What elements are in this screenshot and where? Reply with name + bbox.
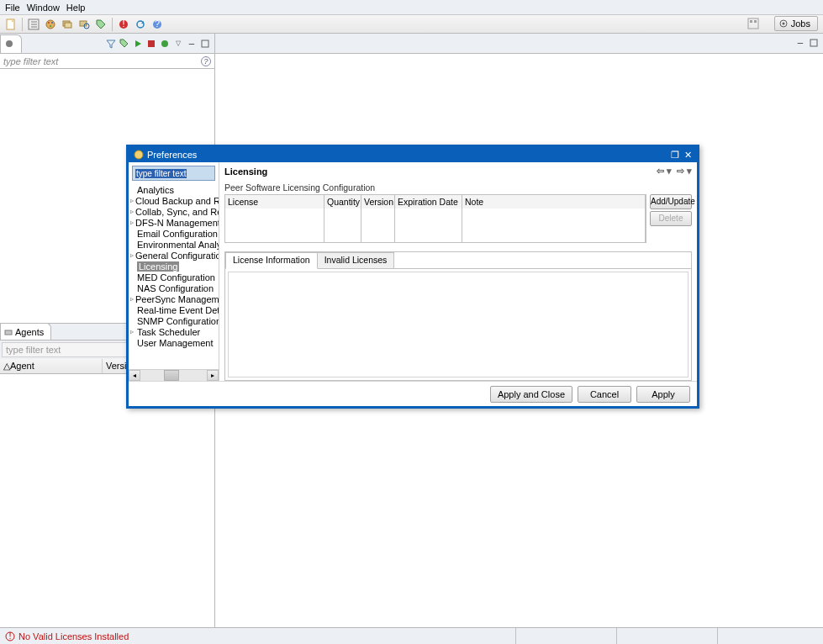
preferences-tree-scrollbar[interactable]: ◂ ▸ (129, 369, 219, 381)
preferences-filter-input[interactable]: type filter text (132, 166, 215, 181)
quick-access-icon[interactable] (747, 18, 759, 29)
play-icon[interactable] (132, 38, 144, 50)
svg-rect-24 (148, 40, 155, 47)
maximize-icon[interactable] (199, 38, 211, 50)
menu-help[interactable]: Help (66, 3, 86, 13)
status-cell-3 (717, 628, 818, 644)
dialog-footer: Apply and Close Cancel Apply (129, 381, 697, 406)
scroll-thumb[interactable] (164, 370, 179, 381)
toolbar-new-icon[interactable] (3, 17, 18, 32)
agents-list (0, 374, 214, 628)
toolbar-help-icon[interactable]: ? (150, 17, 165, 32)
add-update-button[interactable]: Add/Update (650, 194, 692, 209)
agents-tab[interactable]: Agents (0, 323, 51, 340)
tree-item-collab-sync-and-replic[interactable]: ▹Collab, Sync, and Replic (129, 206, 219, 217)
caret-icon: ▹ (130, 208, 134, 215)
menu-file[interactable]: File (5, 3, 20, 13)
filter-icon[interactable] (105, 38, 117, 50)
tree-item-nas-configuration[interactable]: NAS Configuration (129, 282, 219, 293)
menu-window[interactable]: Window (27, 3, 60, 13)
sync-icon[interactable] (159, 38, 171, 50)
agents-tab-label: Agents (15, 327, 44, 337)
tree-item-cloud-backup-and-replic[interactable]: ▹Cloud Backup and Replic (129, 195, 219, 206)
tree-item-snmp-configuration[interactable]: SNMP Configuration (129, 315, 219, 326)
tree-item-user-management[interactable]: User Management (129, 337, 219, 348)
toolbar-refresh-icon[interactable] (133, 17, 148, 32)
tab-invalid-licenses[interactable]: Invalid Licenses (317, 252, 395, 269)
tree-item-dfs-n-management[interactable]: ▹DFS-N Management (129, 217, 219, 228)
tree-item-label: Cloud Backup and Replic (135, 196, 219, 206)
preferences-tree[interactable]: Analytics▹Cloud Backup and Replic▹Collab… (129, 184, 219, 369)
tree-item-real-time-event-detectio[interactable]: Real-time Event Detectio (129, 304, 219, 315)
delete-button: Delete (650, 211, 692, 226)
svg-text:!: ! (122, 18, 124, 29)
agents-col-agent[interactable]: △Agent (0, 359, 103, 373)
col-quantity[interactable]: Quantity (324, 195, 361, 209)
svg-rect-20 (754, 20, 757, 23)
svg-point-6 (48, 22, 50, 24)
license-detail-tabs: License Information Invalid Licenses (224, 251, 692, 382)
svg-point-22 (782, 23, 784, 25)
status-error: ! No Valid Licenses Installed (5, 631, 129, 641)
col-expiration[interactable]: Expiration Date (395, 195, 462, 209)
dialog-icon (134, 150, 144, 160)
toolbar-tag-icon[interactable] (93, 17, 108, 32)
apply-and-close-button[interactable]: Apply and Close (490, 386, 572, 403)
jobs-view-tab[interactable] (0, 34, 22, 53)
tab-license-info[interactable]: License Information (225, 252, 318, 269)
gear-icon (778, 18, 789, 29)
help-icon[interactable]: ? (201, 56, 211, 66)
tree-item-licensing[interactable]: Licensing (129, 261, 219, 272)
col-note[interactable]: Note (462, 195, 646, 209)
license-table: License Quantity Version Expiration Date… (224, 194, 646, 243)
toolbar-error-icon[interactable]: ! (116, 17, 131, 32)
dialog-close-icon[interactable]: ✕ (684, 150, 692, 161)
svg-rect-26 (202, 40, 208, 47)
editor-minimize-icon[interactable]: ─ (794, 37, 806, 49)
jobs-filter-input[interactable]: type filter text ? (0, 54, 214, 69)
caret-icon: ▹ (130, 295, 134, 303)
nav-back-icon[interactable]: ⇦ ▾ (657, 166, 672, 177)
section-title: Licensing (224, 166, 267, 177)
status-cell-2 (616, 628, 717, 644)
tree-item-peersync-management[interactable]: ▹PeerSync Management (129, 293, 219, 304)
toolbar-tree-icon[interactable] (26, 17, 41, 32)
toolbar-palette-icon[interactable] (43, 17, 58, 32)
svg-point-31 (135, 150, 143, 159)
tag-mini-icon[interactable] (119, 38, 130, 50)
scroll-track[interactable] (140, 370, 207, 381)
section-subtitle: Peer Software Licensing Configuration (224, 182, 692, 193)
tree-item-label: PeerSync Management (135, 294, 219, 304)
tree-item-general-configuration[interactable]: ▹General Configuration (129, 250, 219, 261)
statusbar: ! No Valid Licenses Installed (0, 627, 823, 644)
svg-point-7 (51, 22, 53, 24)
tree-item-task-scheduler[interactable]: ▹Task Scheduler (129, 326, 219, 337)
cancel-button[interactable]: Cancel (578, 386, 631, 403)
col-license[interactable]: License (225, 195, 324, 209)
jobs-button[interactable]: Jobs (774, 16, 818, 31)
tree-item-analytics[interactable]: Analytics (129, 184, 219, 195)
warning-icon: ! (5, 631, 15, 641)
main-toolbar: ! ? Jobs (0, 15, 823, 34)
scroll-right-icon[interactable]: ▸ (207, 370, 219, 381)
dialog-restore-icon[interactable]: ❐ (671, 150, 679, 161)
minimize-icon[interactable]: ─ (186, 38, 198, 50)
tree-item-environmental-analyzer[interactable]: Environmental Analyzer (129, 239, 219, 250)
svg-text:?: ? (155, 18, 160, 29)
toolbar-stack-icon[interactable] (60, 17, 75, 32)
col-version[interactable]: Version (361, 195, 395, 209)
nav-forward-icon[interactable]: ⇨ ▾ (677, 166, 692, 177)
stop-icon[interactable] (145, 38, 157, 50)
scroll-left-icon[interactable]: ◂ (129, 370, 140, 381)
apply-button[interactable]: Apply (636, 386, 690, 403)
svg-rect-10 (65, 23, 71, 28)
editor-maximize-icon[interactable] (808, 37, 820, 49)
tree-item-med-configuration[interactable]: MED Configuration (129, 272, 219, 282)
jobs-label: Jobs (791, 18, 810, 29)
tree-item-email-configuration[interactable]: Email Configuration (129, 228, 219, 239)
status-error-text: No Valid Licenses Installed (18, 631, 129, 641)
dropdown-icon[interactable]: ▽ (172, 38, 184, 50)
toolbar-settings-icon[interactable] (76, 17, 92, 32)
tree-item-label: Licensing (137, 261, 179, 272)
preferences-dialog: Preferences ❐ ✕ type filter text Analyti… (126, 145, 699, 409)
